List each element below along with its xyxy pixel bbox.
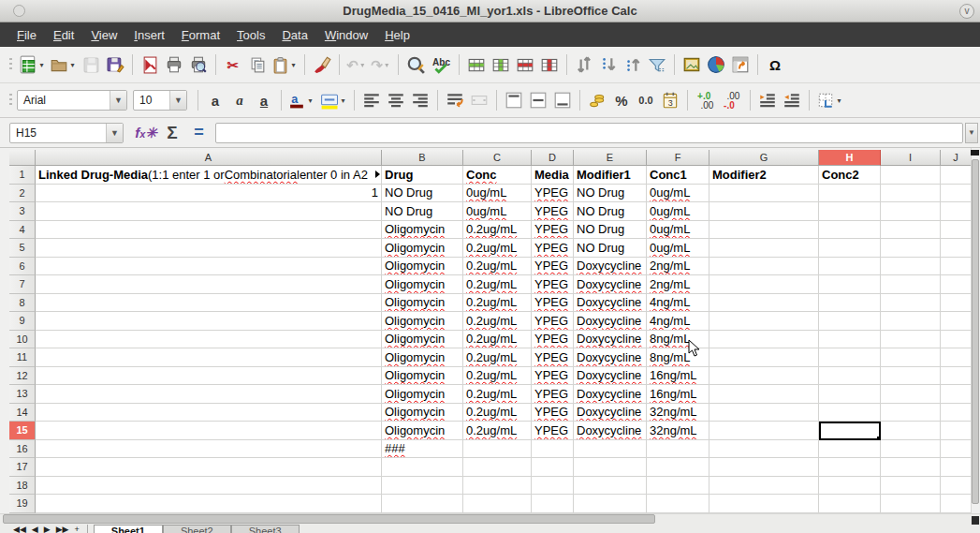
align-center-button[interactable] xyxy=(384,87,408,113)
cell-A6[interactable] xyxy=(36,258,382,276)
cell-F8[interactable]: 4ng/mL xyxy=(647,294,709,313)
delete-column-button[interactable] xyxy=(537,52,562,78)
cell-A18[interactable] xyxy=(36,477,382,496)
row-header-15[interactable]: 15 xyxy=(9,422,36,440)
sort-descending-button[interactable] xyxy=(621,52,645,78)
italic-button[interactable]: a xyxy=(227,87,252,113)
previous-sheet-icon[interactable]: ◀ xyxy=(32,526,38,533)
cell-D14[interactable]: YPEG xyxy=(532,404,574,422)
row-header-7[interactable]: 7 xyxy=(9,275,36,294)
cell-C3[interactable]: 0ug/mL xyxy=(463,202,532,221)
cell-J4[interactable] xyxy=(941,221,971,240)
first-sheet-icon[interactable]: ◀◀ xyxy=(13,526,26,533)
cell-F18[interactable] xyxy=(647,477,709,496)
cell-H10[interactable] xyxy=(819,331,881,349)
menu-format[interactable]: Format xyxy=(174,25,227,45)
print-button[interactable] xyxy=(162,52,186,78)
insert-row-button[interactable] xyxy=(464,52,489,78)
menu-window[interactable]: Window xyxy=(317,25,375,45)
cell-H19[interactable] xyxy=(819,495,881,513)
cell-C9[interactable]: 0.2ug/mL xyxy=(463,312,532,331)
font-name-combo-dropdown-icon[interactable]: ▼ xyxy=(110,91,126,110)
cell-B17[interactable] xyxy=(382,458,463,477)
column-header-A[interactable]: A xyxy=(36,150,382,166)
borders-dropdown-icon[interactable]: ▾ xyxy=(835,96,843,105)
row-header-6[interactable]: 6 xyxy=(9,258,36,276)
export-pdf-button[interactable] xyxy=(138,52,162,78)
cell-J9[interactable] xyxy=(941,312,971,331)
column-header-J[interactable]: J xyxy=(941,150,971,166)
insert-image-button[interactable] xyxy=(680,52,704,78)
cell-J13[interactable] xyxy=(941,385,971,404)
cell-D18[interactable] xyxy=(532,477,574,496)
cell-J1[interactable] xyxy=(941,166,971,185)
cell-D10[interactable]: YPEG xyxy=(532,331,574,349)
cell-E2[interactable]: NO Drug xyxy=(574,185,647,203)
horizontal-scrollbar-thumb[interactable] xyxy=(3,514,655,524)
cell-A12[interactable] xyxy=(36,367,382,386)
cell-E15[interactable]: Doxycycline xyxy=(574,422,647,440)
cell-G7[interactable] xyxy=(709,275,819,294)
cell-I14[interactable] xyxy=(881,404,941,422)
cell-E12[interactable]: Doxycycline xyxy=(574,367,647,386)
cell-J5[interactable] xyxy=(941,239,971,258)
delete-row-button[interactable] xyxy=(513,52,537,78)
cell-B7[interactable]: Oligomycin xyxy=(382,275,463,294)
row-header-12[interactable]: 12 xyxy=(9,367,36,386)
row-header-13[interactable]: 13 xyxy=(9,385,36,404)
cell-D4[interactable]: YPEG xyxy=(532,221,574,240)
cell-J2[interactable] xyxy=(941,185,971,203)
formula-input[interactable] xyxy=(215,123,963,143)
cell-I17[interactable] xyxy=(881,458,941,477)
row-header-11[interactable]: 11 xyxy=(9,348,36,367)
cell-B11[interactable]: Oligomycin xyxy=(382,348,463,367)
cell-A5[interactable] xyxy=(36,239,382,258)
cell-E4[interactable]: NO Drug xyxy=(574,221,647,240)
cut-button[interactable]: ✂ xyxy=(221,52,245,78)
cell-F4[interactable]: 0ug/mL xyxy=(647,221,709,240)
cell-D15[interactable]: YPEG xyxy=(532,422,574,440)
cell-C11[interactable]: 0.2ug/mL xyxy=(463,348,532,367)
find-replace-button[interactable] xyxy=(403,52,428,78)
cell-F9[interactable]: 4ng/mL xyxy=(647,312,709,331)
pivot-table-button[interactable] xyxy=(728,52,753,78)
cell-A17[interactable] xyxy=(36,458,382,477)
align-left-button[interactable] xyxy=(359,87,384,113)
row-header-5[interactable]: 5 xyxy=(9,239,36,258)
unmaximize-icon[interactable]: v xyxy=(959,4,974,19)
cell-I12[interactable] xyxy=(881,367,941,386)
cell-I11[interactable] xyxy=(881,348,941,367)
font-size-combo-dropdown-icon[interactable]: ▼ xyxy=(169,91,186,110)
last-sheet-icon[interactable]: ▶▶ xyxy=(56,526,69,533)
sort-button[interactable] xyxy=(572,52,596,78)
cell-C13[interactable]: 0.2ug/mL xyxy=(463,385,532,404)
cell-G18[interactable] xyxy=(709,477,819,496)
cell-G11[interactable] xyxy=(709,348,819,367)
autofilter-button[interactable] xyxy=(645,52,669,78)
date-format-button[interactable]: 3 xyxy=(658,87,682,113)
cell-B4[interactable]: Oligomycin xyxy=(382,221,463,240)
highlight-color-button[interactable]: ▾ xyxy=(316,87,349,113)
row-header-3[interactable]: 3 xyxy=(9,202,36,221)
cell-C7[interactable]: 0.2ug/mL xyxy=(463,275,532,294)
cell-J18[interactable] xyxy=(941,477,971,496)
cell-G17[interactable] xyxy=(709,458,819,477)
cell-E17[interactable] xyxy=(574,458,647,477)
sum-icon[interactable]: Σ xyxy=(159,122,185,144)
cell-G19[interactable] xyxy=(709,495,819,513)
font-color-button[interactable]: a▾ xyxy=(286,87,316,113)
print-preview-button[interactable] xyxy=(186,52,211,78)
align-vcenter-button[interactable] xyxy=(526,87,550,113)
column-header-I[interactable]: I xyxy=(881,150,941,166)
cell-G3[interactable] xyxy=(709,202,819,221)
cell-E14[interactable]: Doxycycline xyxy=(574,404,647,422)
open-dropdown-icon[interactable]: ▾ xyxy=(68,61,77,69)
cell-H17[interactable] xyxy=(819,458,881,477)
decrease-indent-button[interactable] xyxy=(780,87,804,113)
cell-A15[interactable] xyxy=(36,422,382,440)
align-bottom-button[interactable] xyxy=(550,87,575,113)
wrap-text-button[interactable] xyxy=(443,87,467,113)
highlight-color-dropdown-icon[interactable]: ▾ xyxy=(339,96,347,105)
cell-A16[interactable] xyxy=(36,440,382,459)
equals-icon[interactable]: = xyxy=(185,122,212,144)
